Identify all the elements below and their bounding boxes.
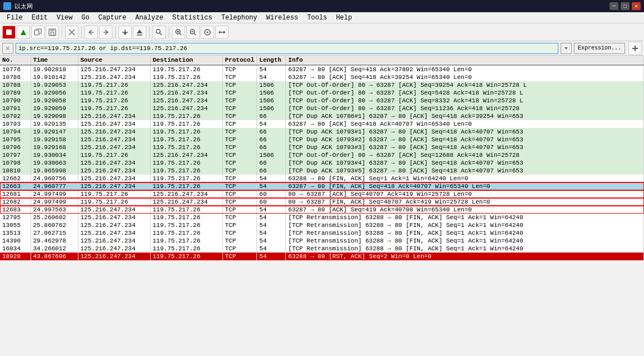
table-row[interactable]: 1268324.997563125.216.247.234119.75.217.… [0,206,644,214]
cell-no: 12662 [0,175,31,182]
cell-info: 63287 → 80 [FIN, ACK] Seq=418 Ack=40707 … [286,182,644,190]
col-header-length[interactable]: Length [257,56,286,65]
cell-time: 19.929158 [31,136,78,144]
table-row[interactable]: 1439029.462978125.216.247.234119.75.217.… [0,237,644,245]
table-row[interactable]: 1268124.997499119.75.217.26125.216.247.2… [0,190,644,198]
table-row[interactable]: 1079219.929098125.216.247.234119.75.217.… [0,112,644,120]
filter-dropdown-button[interactable] [561,43,572,54]
packet-list[interactable]: No. Time Source Destination Protocol Len… [0,56,644,356]
toolbar [0,23,644,41]
start-capture-button[interactable] [17,26,30,39]
cell-time: 19.929168 [31,144,78,151]
menu-file[interactable]: File [2,12,27,23]
table-row[interactable]: 1081019.965998125.216.247.234119.75.217.… [0,167,644,175]
close-capture-button[interactable] [65,26,78,39]
menu-tools[interactable]: Tools [303,12,331,23]
forward-button[interactable] [99,26,112,39]
table-row[interactable]: 1079319.929135125.216.247.234119.75.217.… [0,120,644,128]
table-row[interactable]: 1305525.860762125.216.247.234119.75.217.… [0,221,644,229]
scroll-top-button[interactable] [133,26,146,39]
cell-src: 125.216.247.234 [78,253,150,260]
col-header-destination[interactable]: Destination [150,56,222,65]
table-row[interactable]: 1279525.260602125.216.247.234119.75.217.… [0,214,644,221]
add-filter-button[interactable] [628,42,642,55]
cell-src: 125.216.247.234 [78,167,150,175]
menu-capture[interactable]: Capture [94,12,131,23]
table-row[interactable]: 1351327.062715125.216.247.234119.75.217.… [0,229,644,237]
menu-wireless[interactable]: Wireless [262,12,303,23]
cell-len: 1506 [257,81,286,89]
menu-view[interactable]: View [52,12,77,23]
toolbar-separator-4 [149,26,150,38]
cell-proto: TCP [222,206,257,214]
cell-time: 19.930034 [31,151,78,159]
cell-info: 63287 → 80 [ACK] Seq=418 Ack=37802 Win=6… [286,65,644,73]
cell-src: 125.216.247.234 [78,73,150,81]
menu-bar: File Edit View Go Capture Analyze Statis… [0,12,644,23]
cell-src: 125.216.247.234 [78,112,150,120]
filter-clear-button[interactable]: ✕ [2,43,13,54]
cell-no: 10798 [0,159,31,167]
col-header-protocol[interactable]: Protocol [222,56,257,65]
cell-info: [TCP Out-Of-Order] 80 → 63287 [ACK] Seq=… [286,81,644,89]
table-row[interactable]: 1079019.929058119.75.217.26125.216.247.2… [0,97,644,105]
normal-size-button[interactable] [201,26,214,39]
cell-info: 63288 → 80 [FIN, ACK] Seq=1 Ack=1 Win=64… [286,175,644,182]
menu-go[interactable]: Go [77,12,93,23]
cell-time: 19.965998 [31,167,78,175]
table-row[interactable]: 1268224.997499119.75.217.26125.216.247.2… [0,198,644,206]
menu-edit[interactable]: Edit [27,12,52,23]
svg-point-12 [156,29,160,33]
cell-no: 13513 [0,229,31,237]
find-packet-button[interactable] [152,26,166,39]
maximize-button[interactable]: □ [621,2,630,10]
back-button[interactable] [85,26,98,39]
cell-info: [TCP Retransmission] 63288 → 80 [FIN, AC… [286,245,644,253]
menu-statistics[interactable]: Statistics [168,12,217,23]
menu-telephony[interactable]: Telephony [217,12,262,23]
filter-input[interactable] [16,43,558,54]
table-row[interactable]: 1266224.960756125.216.247.234119.75.217.… [0,175,644,182]
cell-len: 66 [257,144,286,151]
table-row[interactable]: 1078819.929053119.75.217.26125.216.247.2… [0,81,644,89]
zoom-in-button[interactable] [172,26,185,39]
col-header-source[interactable]: Source [78,56,150,65]
col-header-no[interactable]: No. [0,56,31,65]
save-file-button[interactable] [46,26,59,39]
col-header-info[interactable]: Info [286,56,644,65]
zoom-out-button[interactable] [186,26,200,39]
open-file-button[interactable] [31,26,44,39]
cell-time: 34.266012 [31,245,78,253]
goto-packet-button[interactable] [118,26,132,39]
table-row[interactable]: 1892843.867606125.216.247.234119.75.217.… [0,253,644,260]
cell-dst: 119.75.217.26 [150,245,222,253]
table-row[interactable]: 1079419.929147125.216.247.234119.75.217.… [0,128,644,136]
minimize-button[interactable]: ─ [610,2,618,10]
svg-marker-10 [137,29,142,33]
table-row[interactable]: 1077619.902818125.216.247.234119.75.217.… [0,65,644,73]
cell-no: 10790 [0,97,31,105]
cell-info: [TCP Dup ACK 10793#5] 63287 → 80 [ACK] S… [286,167,644,175]
cell-len: 54 [257,229,286,237]
menu-analyze[interactable]: Analyze [131,12,167,23]
expression-button[interactable]: Expression... [574,43,625,54]
cell-no: 10794 [0,128,31,136]
col-header-time[interactable]: Time [31,56,78,65]
cell-len: 54 [257,120,286,128]
table-row[interactable]: 1079619.929168125.216.247.234119.75.217.… [0,144,644,151]
cell-src: 125.216.247.234 [78,136,150,144]
table-row[interactable]: 1079719.930034119.75.217.26125.216.247.2… [0,151,644,159]
stop-capture-button[interactable] [2,26,16,39]
table-row[interactable]: 1603434.266012125.216.247.234119.75.217.… [0,245,644,253]
cell-time: 19.929098 [31,112,78,120]
table-row[interactable]: 1266324.960777125.216.247.234119.75.217.… [0,182,644,190]
close-button[interactable]: ✕ [632,2,641,10]
table-row[interactable]: 1079519.929158125.216.247.234119.75.217.… [0,136,644,144]
menu-help[interactable]: Help [331,12,356,23]
table-row[interactable]: 1078919.929056119.75.217.26125.216.247.2… [0,89,644,97]
table-row[interactable]: 1079819.930063125.216.247.234119.75.217.… [0,159,644,167]
cell-src: 119.75.217.26 [78,151,150,159]
table-row[interactable]: 1078619.910142125.216.247.234119.75.217.… [0,73,644,81]
table-row[interactable]: 1079119.929059119.75.217.26125.216.247.2… [0,105,644,112]
resize-columns-button[interactable] [215,26,229,39]
